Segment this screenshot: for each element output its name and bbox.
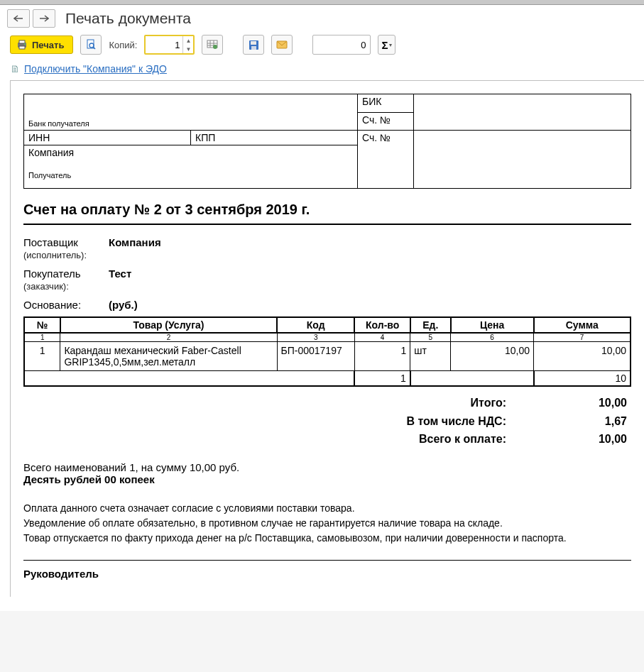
bank-recipient-label: Банк получателя <box>28 119 89 128</box>
director-label: Руководитель <box>23 568 631 580</box>
print-button[interactable]: Печать <box>10 35 73 54</box>
document-sheet: Банк получателя БИК Сч. № ИНН КПП Сч. № … <box>10 80 644 597</box>
fine-print: Оплата данного счета означает согласие с… <box>23 501 631 546</box>
bik-label: БИК <box>357 94 413 113</box>
basis-value: (руб.) <box>109 299 138 311</box>
footer-line2: Десять рублей 00 копеек <box>23 473 631 485</box>
header: Печать документа <box>0 5 644 31</box>
email-button[interactable] <box>271 35 293 55</box>
footer-block: Всего наименований 1, на сумму 10,00 руб… <box>23 461 631 485</box>
print-button-label: Печать <box>32 40 64 50</box>
floppy-icon <box>249 40 259 50</box>
supplier-value: Компания <box>109 236 161 248</box>
items-table: № Товар (Услуга) Код Кол-во Ед. Цена Сум… <box>23 316 631 387</box>
cell-unit: шт <box>410 342 451 371</box>
buyer-sub: (заказчик): <box>23 281 631 292</box>
settings-button[interactable] <box>202 35 223 55</box>
th-qty: Кол-во <box>354 317 410 333</box>
svg-point-3 <box>24 43 26 45</box>
th-unit: Ед. <box>410 317 451 333</box>
nds-value: 1,67 <box>513 412 631 431</box>
svg-rect-15 <box>251 46 256 50</box>
svg-point-12 <box>213 45 217 49</box>
th-num: № <box>24 317 60 333</box>
envelope-icon <box>276 40 288 49</box>
svg-rect-1 <box>19 40 25 43</box>
back-button[interactable] <box>7 9 30 28</box>
signature-hr <box>23 560 631 561</box>
cell-qty: 1 <box>354 342 410 371</box>
arrow-left-icon <box>13 15 23 22</box>
svg-rect-14 <box>251 41 256 45</box>
buyer-label: Покупатель <box>23 268 109 280</box>
inn-label: ИНН <box>24 131 191 145</box>
recipient-label: Получатель <box>28 171 353 180</box>
buyer-value: Тест <box>109 268 131 280</box>
colnum: 3 <box>277 333 354 342</box>
edo-link-row: 🗎 Подключить "Компания" к ЭДО <box>0 62 644 80</box>
total-value: 10,00 <box>513 430 631 448</box>
sum-field[interactable] <box>312 35 371 55</box>
th-price: Цена <box>451 317 534 333</box>
save-button[interactable] <box>243 35 264 55</box>
window-titlebar <box>0 0 644 5</box>
cell-num: 1 <box>24 342 60 371</box>
fine-line: Товар отпускается по факту прихода денег… <box>23 531 631 546</box>
colnum: 5 <box>410 333 451 342</box>
cell-code: БП-00017197 <box>277 342 354 371</box>
copies-stepper[interactable]: ▲ ▼ <box>144 35 195 55</box>
table-gear-icon <box>207 39 218 50</box>
total-label: Всего к оплате: <box>109 430 513 448</box>
forward-button[interactable] <box>33 9 55 28</box>
th-sum: Сумма <box>534 317 631 333</box>
copies-up[interactable]: ▲ <box>183 36 193 45</box>
page-title: Печать документа <box>65 10 191 27</box>
sigma-dropdown-icon: ▾ <box>389 42 392 48</box>
itogo-value: 10,00 <box>513 394 631 412</box>
th-goods: Товар (Услуга) <box>60 317 277 333</box>
copies-down[interactable]: ▼ <box>183 45 193 53</box>
company-name: Компания <box>28 147 353 158</box>
summary-block: Итого:10,00 В том числе НДС:1,67 Всего к… <box>23 394 631 448</box>
total-qty: 1 <box>354 371 410 387</box>
printer-icon <box>16 39 28 50</box>
copies-input[interactable] <box>146 36 182 53</box>
fine-line: Уведомление об оплате обязательно, в про… <box>23 516 631 531</box>
title-hr <box>23 224 631 225</box>
itogo-label: Итого: <box>109 394 513 412</box>
preview-button[interactable] <box>80 35 102 55</box>
kpp-label: КПП <box>191 131 358 145</box>
sigma-button[interactable]: Σ ▾ <box>378 35 395 55</box>
copies-label: Копий: <box>109 40 137 50</box>
cell-sum: 10,00 <box>534 342 631 371</box>
colnum: 7 <box>534 333 631 342</box>
document-icon: 🗎 <box>10 63 20 75</box>
supplier-label: Поставщик <box>23 236 109 248</box>
totals-row: 1 10 <box>24 371 631 387</box>
table-row: 1 Карандаш механический Faber-Castell GR… <box>24 342 631 371</box>
cell-goods: Карандаш механический Faber-Castell GRIP… <box>60 342 277 371</box>
colnum: 6 <box>451 333 534 342</box>
footer-line1: Всего наименований 1, на сумму 10,00 руб… <box>23 461 631 473</box>
edo-link[interactable]: Подключить "Компания" к ЭДО <box>24 63 167 75</box>
account2-label: Сч. № <box>357 131 413 189</box>
th-code: Код <box>277 317 354 333</box>
basis-label: Основание: <box>23 299 109 311</box>
toolbar: Печать Копий: ▲ ▼ <box>0 31 644 62</box>
total-sum: 10 <box>534 371 631 387</box>
supplier-sub: (исполнитель): <box>23 250 631 260</box>
cell-price: 10,00 <box>451 342 534 371</box>
svg-rect-2 <box>19 46 25 49</box>
sigma-icon: Σ <box>381 39 388 51</box>
bank-details-table: Банк получателя БИК Сч. № ИНН КПП Сч. № … <box>23 94 631 189</box>
magnifier-page-icon <box>85 39 97 50</box>
nds-label: В том числе НДС: <box>109 412 513 431</box>
colnum: 4 <box>354 333 410 342</box>
arrow-right-icon <box>39 15 49 22</box>
document-title: Счет на оплату № 2 от 3 сентября 2019 г. <box>23 202 631 218</box>
colnum: 1 <box>24 333 60 342</box>
fine-line: Оплата данного счета означает согласие с… <box>23 501 631 516</box>
account1-label: Сч. № <box>357 112 413 131</box>
colnum: 2 <box>60 333 277 342</box>
svg-line-6 <box>93 47 95 49</box>
